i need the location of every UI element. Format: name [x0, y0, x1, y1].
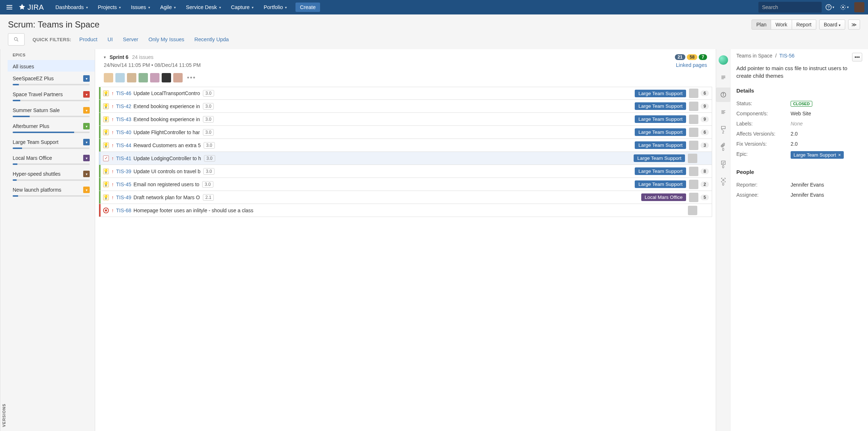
issue-row[interactable]: 💡 ↑ TIS-45 Email non registered users to…: [99, 178, 712, 191]
avatar[interactable]: [162, 73, 171, 82]
assignee-avatar[interactable]: [689, 167, 698, 176]
avatar[interactable]: [127, 73, 136, 82]
versions-tab[interactable]: VERSIONS: [0, 49, 8, 431]
issue-key[interactable]: TIS-43: [116, 116, 131, 122]
quick-filter-ui[interactable]: UI: [107, 37, 113, 42]
issue-key[interactable]: TIS-42: [116, 103, 131, 109]
issue-key[interactable]: TIS-41: [116, 155, 131, 161]
assignee-avatar[interactable]: [688, 154, 697, 163]
gear-icon[interactable]: ▾: [838, 1, 851, 14]
help-icon[interactable]: ?▾: [823, 1, 836, 14]
detail-tab-project[interactable]: [716, 53, 731, 67]
issue-epic-tag[interactable]: Large Team Support: [635, 90, 686, 97]
epic-item[interactable]: Summer Saturn Sale▾: [8, 103, 95, 119]
epic-item[interactable]: Space Travel Partners▾: [8, 88, 95, 103]
issue-row[interactable]: 💡 ↑ TIS-42 Extend booking experience in …: [99, 100, 712, 113]
epic-item[interactable]: New launch platforms▾: [8, 183, 95, 199]
issue-epic-tag[interactable]: Large Team Support: [635, 102, 686, 110]
epic-item[interactable]: SeeSpaceEZ Plus▾: [8, 72, 95, 88]
issue-row[interactable]: 💡 ↑ TIS-49 Draft network plan for Mars O…: [99, 191, 712, 204]
assignee-avatar[interactable]: [689, 89, 698, 98]
chevron-down-icon[interactable]: ▾: [83, 123, 90, 129]
user-avatar[interactable]: [854, 2, 864, 12]
nav-item-capture[interactable]: Capture▾: [226, 0, 259, 14]
issue-row[interactable]: 💡 ↑ TIS-44 Reward Customers an extra 5 3…: [99, 139, 712, 152]
issue-epic-tag[interactable]: Large Team Support: [634, 154, 685, 162]
jira-logo[interactable]: JIRA: [18, 3, 44, 12]
assignee-avatar[interactable]: [689, 115, 698, 124]
quick-filter-server[interactable]: Server: [123, 37, 139, 42]
issue-row[interactable]: ✓ ↑ TIS-41 Update LodgingController to h…: [99, 152, 712, 165]
avatar[interactable]: [139, 73, 148, 82]
epic-item[interactable]: Afterburner Plus▾: [8, 119, 95, 135]
detail-tab-subtasks[interactable]: 0: [716, 157, 731, 171]
issue-epic-tag[interactable]: Large Team Support: [635, 128, 686, 136]
avatar[interactable]: [115, 73, 125, 82]
detail-tab-comments[interactable]: 2: [716, 122, 731, 137]
detail-tab-description[interactable]: [716, 70, 731, 85]
chevron-down-icon[interactable]: ▾: [83, 187, 90, 193]
issue-row[interactable]: 💡 ↑ TIS-39 Update UI controls on travel …: [99, 165, 712, 178]
menu-icon[interactable]: [4, 1, 15, 13]
issue-epic-tag[interactable]: Large Team Support: [635, 115, 686, 123]
assignee-avatar[interactable]: [689, 180, 698, 189]
avatar[interactable]: [150, 73, 159, 82]
collapse-icon[interactable]: ▾: [104, 55, 106, 60]
search-box[interactable]: [758, 2, 822, 13]
issue-row[interactable]: 💡 ↑ TIS-46 Update LocalTransportContro 3…: [99, 87, 712, 100]
issue-row[interactable]: ↑ TIS-68 Homepage footer uses an inlityl…: [99, 204, 712, 217]
issue-row[interactable]: 💡 ↑ TIS-43 Extend booking experience in …: [99, 113, 712, 126]
create-button[interactable]: Create: [295, 3, 320, 12]
nav-item-projects[interactable]: Projects▾: [93, 0, 126, 14]
chevron-down-icon[interactable]: ▾: [83, 75, 90, 82]
issue-row[interactable]: 💡 ↑ TIS-40 Update FlightController to ha…: [99, 126, 712, 139]
quick-filter-only-my-issues[interactable]: Only My Issues: [148, 37, 184, 42]
assignee-avatar[interactable]: [689, 193, 698, 202]
more-avatars-icon[interactable]: •••: [187, 74, 196, 82]
assignee-avatar[interactable]: [689, 102, 698, 111]
expand-button[interactable]: ≫: [848, 20, 860, 30]
detail-tab-left[interactable]: [716, 105, 731, 119]
close-icon[interactable]: ×: [838, 152, 841, 158]
detail-tab-capture[interactable]: 0: [716, 174, 731, 189]
assignee-avatar[interactable]: [689, 141, 698, 150]
assignee-avatar[interactable]: [688, 206, 697, 215]
avatar[interactable]: [104, 73, 113, 82]
issue-key[interactable]: TIS-44: [116, 142, 131, 148]
issue-epic-tag[interactable]: Local Mars Office: [641, 193, 686, 201]
report-button[interactable]: Report: [792, 20, 816, 30]
quick-filter-product[interactable]: Product: [79, 37, 97, 42]
board-dropdown[interactable]: Board ▾: [819, 20, 845, 30]
issue-key[interactable]: TIS-46: [116, 90, 131, 96]
nav-item-agile[interactable]: Agile▾: [155, 0, 181, 14]
issue-key[interactable]: TIS-68: [116, 208, 131, 213]
issue-epic-tag[interactable]: Large Team Support: [635, 141, 686, 149]
chevron-down-icon[interactable]: ▾: [83, 139, 90, 145]
issue-epic-tag[interactable]: Large Team Support: [635, 167, 686, 175]
issue-epic-tag[interactable]: Large Team Support: [635, 180, 686, 188]
epic-item[interactable]: Local Mars Office▾: [8, 151, 95, 167]
work-button[interactable]: Work: [771, 20, 792, 30]
issue-key[interactable]: TIS-39: [116, 168, 131, 174]
nav-item-portfolio[interactable]: Portfolio▾: [259, 0, 292, 14]
assignee-avatar[interactable]: [689, 128, 698, 137]
quick-filter-search[interactable]: [8, 33, 25, 46]
search-input[interactable]: [762, 4, 825, 10]
issue-key-link[interactable]: TIS-56: [779, 53, 795, 59]
avatar[interactable]: [173, 73, 183, 82]
detail-tab-info[interactable]: [716, 88, 731, 102]
epic-tag[interactable]: Large Team Support×: [791, 151, 844, 159]
detail-more-button[interactable]: •••: [852, 53, 862, 61]
chevron-down-icon[interactable]: ▾: [83, 171, 90, 177]
issue-key[interactable]: TIS-45: [116, 182, 131, 187]
epic-all-issues[interactable]: All issues: [8, 60, 95, 72]
detail-tab-attachments[interactable]: 0: [716, 140, 731, 154]
nav-item-issues[interactable]: Issues▾: [126, 0, 155, 14]
issue-key[interactable]: TIS-40: [116, 129, 131, 135]
linked-pages-link[interactable]: Linked pages: [676, 62, 707, 68]
quick-filter-recently-upda[interactable]: Recently Upda: [195, 37, 229, 42]
chevron-down-icon[interactable]: ▾: [83, 91, 90, 98]
nav-item-service-desk[interactable]: Service Desk▾: [181, 0, 226, 14]
issue-key[interactable]: TIS-49: [116, 195, 131, 200]
plan-button[interactable]: Plan: [752, 20, 771, 30]
